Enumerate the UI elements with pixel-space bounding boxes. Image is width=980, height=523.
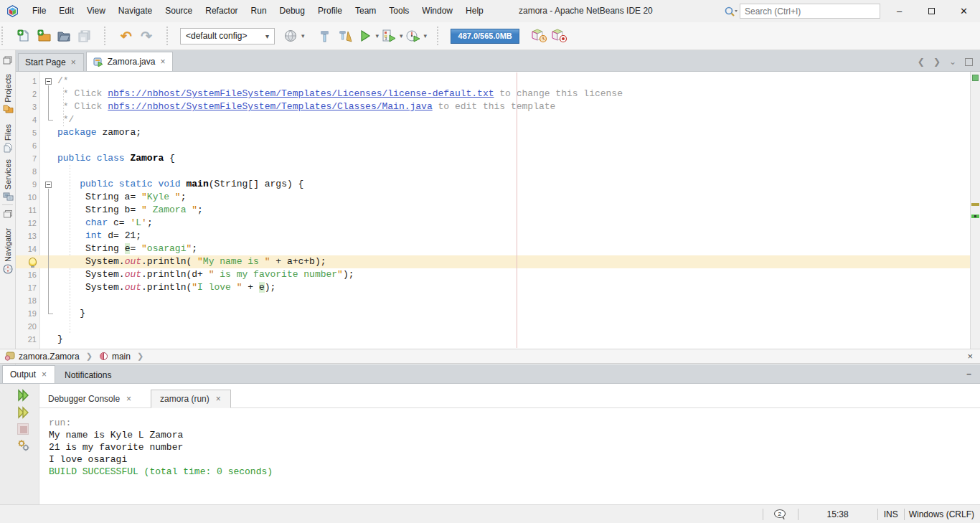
netbeans-logo-icon — [6, 5, 19, 17]
insert-mode-toggle[interactable]: INS — [878, 509, 904, 519]
stripe-hint-mark[interactable] — [971, 203, 979, 206]
sidebar-tab-navigator[interactable]: Navigator — [0, 228, 16, 274]
breadcrumb-method[interactable]: main — [99, 352, 131, 362]
files-icon — [3, 143, 13, 153]
fold-toggle-icon[interactable] — [45, 78, 52, 85]
menu-run[interactable]: Run — [245, 0, 273, 22]
file-status-ok-icon — [972, 75, 979, 81]
tab-debugger-console[interactable]: Debugger Console × — [39, 390, 141, 407]
code-line-13: 13 int d= 21; — [16, 230, 970, 242]
redo-button[interactable]: ↷ — [136, 26, 156, 46]
rerun-stale-icon[interactable] — [17, 406, 30, 419]
sidebar-tab-services[interactable]: Services — [0, 159, 16, 201]
error-stripe[interactable] — [970, 72, 980, 349]
clean-and-build-button[interactable] — [335, 26, 355, 46]
code-text: package zamora; — [57, 126, 141, 139]
menu-profile[interactable]: Profile — [311, 0, 349, 22]
profile-project-button[interactable] — [403, 26, 423, 46]
fold-column — [40, 281, 57, 294]
output-settings-icon[interactable] — [17, 439, 30, 452]
memory-usage-bar[interactable]: 487.0/565.0MB — [451, 29, 519, 44]
breadcrumb-class[interactable]: zamora.Zamora — [4, 352, 80, 362]
line-number: 19 — [16, 307, 40, 320]
editor-group-icon[interactable] — [3, 56, 12, 65]
code-text: /* — [57, 75, 69, 88]
new-file-button[interactable] — [14, 26, 34, 46]
scroll-tabs-right-icon[interactable]: ❯ — [933, 57, 941, 67]
profile-points-button[interactable] — [529, 26, 550, 46]
tab-zamora-run[interactable]: zamora (run) × — [151, 390, 231, 408]
build-project-button[interactable] — [315, 26, 335, 46]
window-group-icon[interactable] — [4, 210, 12, 218]
sidebar-tab-label: Files — [4, 124, 12, 141]
globe-button[interactable] — [281, 26, 301, 46]
menu-debug[interactable]: Debug — [273, 0, 311, 22]
fold-column — [40, 100, 57, 113]
scroll-tabs-left-icon[interactable]: ❮ — [918, 57, 925, 67]
code-line-16: 16 System.out.println(d+ " is my favorit… — [16, 268, 970, 281]
menu-file[interactable]: File — [26, 0, 52, 22]
line-ending-indicator[interactable]: Windows (CRLF) — [905, 509, 980, 519]
line-number: 12 — [16, 217, 40, 230]
fold-toggle-icon[interactable] — [45, 182, 52, 188]
undo-button[interactable]: ↶ — [116, 26, 136, 46]
output-console-text[interactable]: run:My name is Kyle L Zamora21 is my fav… — [39, 413, 980, 504]
rerun-icon[interactable] — [17, 389, 30, 402]
breadcrumb-close-icon[interactable]: × — [967, 351, 980, 362]
tab-output[interactable]: Output × — [2, 365, 55, 383]
tab-list-dropdown-icon[interactable]: ⌄ — [949, 57, 956, 67]
line-number: 14 — [16, 242, 40, 255]
tab-start-page[interactable]: Start Page × — [18, 53, 84, 71]
profile-stop-button[interactable] — [550, 26, 570, 46]
output-line: 21 is my favorite number — [49, 441, 980, 453]
config-select[interactable]: <default config> ▾ — [180, 28, 275, 44]
menu-team[interactable]: Team — [349, 0, 382, 22]
hint-lightbulb-icon[interactable] — [29, 258, 37, 266]
menu-help[interactable]: Help — [459, 0, 490, 22]
close-tab-icon[interactable]: × — [41, 369, 47, 380]
debug-dropdown-icon[interactable]: ▾ — [400, 32, 403, 39]
search-icon[interactable] — [723, 5, 738, 18]
fold-column — [40, 139, 57, 152]
menu-refactor[interactable]: Refactor — [199, 0, 244, 22]
debug-icon: 3 — [382, 29, 396, 42]
maximize-editor-icon[interactable] — [965, 58, 973, 66]
minimize-panel-icon[interactable]: – — [966, 369, 980, 383]
globe-dropdown-icon[interactable]: ▾ — [301, 32, 305, 39]
fold-column — [40, 126, 57, 139]
menu-source[interactable]: Source — [159, 0, 199, 22]
tab-notifications[interactable]: Notifications — [57, 367, 118, 383]
stripe-occurrence-mark[interactable] — [971, 215, 979, 218]
close-tab-icon[interactable]: × — [70, 57, 77, 67]
line-number: 20 — [16, 320, 40, 333]
profile-dropdown-icon[interactable]: ▾ — [424, 32, 428, 39]
save-all-button[interactable] — [74, 26, 94, 46]
run-project-button[interactable] — [355, 26, 375, 46]
minimize-button[interactable]: – — [883, 0, 915, 22]
close-button[interactable]: ✕ — [948, 0, 980, 22]
menu-edit[interactable]: Edit — [52, 0, 80, 22]
fold-column — [40, 165, 57, 178]
debug-project-button[interactable]: 3 — [379, 26, 399, 46]
close-tab-icon[interactable]: × — [126, 394, 132, 404]
left-dock-strip: Projects Files Services — [0, 50, 16, 364]
code-editor[interactable]: 1/*2 * Click nbfs://nbhost/SystemFileSys… — [16, 72, 970, 346]
open-project-button[interactable] — [54, 26, 74, 46]
redo-icon: ↷ — [141, 29, 152, 43]
new-project-button[interactable] — [34, 26, 54, 46]
notifications-balloon[interactable]: 2 — [773, 509, 788, 520]
menu-tools[interactable]: Tools — [382, 0, 415, 22]
close-tab-icon[interactable]: × — [159, 57, 166, 67]
close-tab-icon[interactable]: × — [215, 394, 222, 404]
sidebar-tab-files[interactable]: Files — [0, 124, 16, 153]
menu-view[interactable]: View — [80, 0, 112, 22]
menu-navigate[interactable]: Navigate — [112, 0, 159, 22]
search-input[interactable] — [740, 4, 880, 19]
restore-button[interactable] — [915, 0, 948, 22]
stop-icon[interactable] — [17, 423, 29, 435]
line-number: 17 — [16, 281, 40, 294]
tab-zamora-java[interactable]: Zamora.java × — [86, 52, 174, 71]
sidebar-tab-projects[interactable]: Projects — [0, 74, 16, 114]
menu-window[interactable]: Window — [415, 0, 459, 22]
fold-column — [40, 333, 57, 346]
